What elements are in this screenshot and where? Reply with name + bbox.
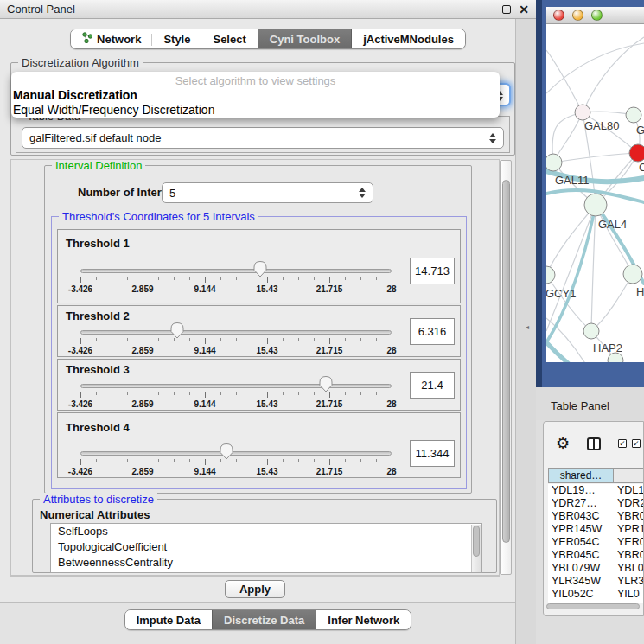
apply-button[interactable]: Apply	[225, 580, 285, 598]
table-horizontal-scrollbar[interactable]	[546, 603, 643, 612]
threshold-4-slider[interactable]: -3.4262.8599.14415.4321.71528	[80, 441, 392, 477]
table-row[interactable]: YBR043CYBR0	[548, 510, 644, 523]
network-edge[interactable]	[583, 37, 644, 112]
table-row[interactable]: YPR145WYPR1	[548, 523, 644, 536]
network-node[interactable]	[546, 154, 562, 171]
table-row[interactable]: YER054CYER0	[548, 536, 644, 549]
scrollbar-thumb[interactable]	[473, 526, 480, 557]
network-edge[interactable]	[591, 274, 633, 331]
attribute-list-item[interactable]: SelfLoops	[51, 524, 481, 539]
table-row[interactable]: YBR045CYBR0	[548, 549, 644, 562]
float-window-icon[interactable]	[502, 5, 511, 14]
cell-shared-name[interactable]: YDL19…	[548, 484, 614, 497]
slider-thumb[interactable]	[220, 443, 234, 463]
attribute-list-item[interactable]: BetweennessCentrality	[51, 555, 481, 571]
cell-shared-name[interactable]: YBR043C	[548, 510, 614, 523]
dropdown-option-manual-discretization[interactable]: Manual Discretization	[11, 88, 500, 103]
threshold-3-slider[interactable]: -3.4262.8599.14415.4321.71528	[80, 373, 392, 410]
major-tick	[267, 338, 268, 344]
tab-discretize-data[interactable]: Discretize Data	[212, 610, 316, 629]
divider-collapse-icon[interactable]: ◂	[526, 323, 529, 331]
network-node[interactable]	[584, 194, 607, 216]
table-row[interactable]: YDL19…YDL1	[548, 484, 644, 497]
tab-select[interactable]: Select	[201, 29, 257, 48]
column-header-shared-name[interactable]: shared…	[548, 468, 614, 483]
network-node[interactable]	[623, 265, 642, 284]
tab-network[interactable]: Network	[71, 29, 152, 48]
slider-track[interactable]	[80, 269, 392, 273]
network-node[interactable]	[626, 107, 641, 123]
dropdown-option-equal-width-frequency[interactable]: Equal Width/Frequency Discretization	[11, 103, 500, 118]
tab-style[interactable]: Style	[152, 29, 201, 48]
cell-shared-name[interactable]: YPR145W	[548, 523, 614, 536]
attribute-list-item[interactable]: TopologicalCoefficient	[51, 539, 481, 555]
tab-infer-network[interactable]: Infer Network	[316, 610, 411, 629]
tab-jactivemnodules[interactable]: jActiveMNodules	[352, 29, 465, 48]
network-node[interactable]	[575, 105, 590, 120]
cell-shared-name[interactable]: YDR27…	[548, 497, 614, 510]
number-of-intervals-combobox[interactable]: 5	[162, 182, 373, 203]
slider-track[interactable]	[80, 384, 392, 388]
cell-name[interactable]: YLR3	[614, 575, 644, 588]
tab-impute-data[interactable]: Impute Data	[125, 610, 212, 629]
close-icon[interactable]: ✕	[519, 5, 529, 14]
cell-shared-name[interactable]: YER054C	[548, 536, 614, 549]
network-edge[interactable]	[546, 275, 591, 331]
threshold-3-value-field[interactable]: 21.4	[410, 372, 455, 399]
network-edge[interactable]	[546, 50, 583, 112]
cell-name[interactable]: YDL1	[614, 484, 644, 497]
tick-label: 21.715	[316, 399, 343, 409]
slider-thumb[interactable]	[169, 322, 184, 342]
network-node[interactable]	[583, 323, 599, 339]
list-scrollbar[interactable]	[471, 525, 481, 573]
network-node[interactable]	[629, 144, 644, 162]
minor-tick	[252, 392, 252, 395]
main-vertical-scrollbar[interactable]	[500, 160, 512, 575]
cell-name[interactable]: YBL0	[614, 562, 644, 575]
tab-cyni-toolbox[interactable]: Cyni Toolbox	[258, 29, 352, 48]
cell-name[interactable]: YBR0	[614, 549, 644, 562]
table-row[interactable]: YIL052CYIL0	[548, 588, 644, 601]
cell-name[interactable]: YDR2	[614, 497, 644, 510]
gear-icon[interactable]: ⚙	[556, 436, 570, 451]
slider-thumb[interactable]	[319, 375, 334, 396]
network-node[interactable]	[546, 266, 555, 284]
table-row[interactable]: YLR345WYLR3	[548, 575, 644, 588]
scrollbar-thumb[interactable]	[546, 603, 640, 609]
zoom-traffic-light-icon[interactable]	[591, 10, 603, 21]
minimize-traffic-light-icon[interactable]	[572, 10, 583, 21]
table-row[interactable]: YBL079WYBL0	[548, 562, 644, 575]
panel-divider[interactable]: ◂	[515, 19, 536, 644]
split-view-icon[interactable]	[587, 437, 601, 450]
threshold-2-value-field[interactable]: 6.316	[410, 318, 455, 345]
column-header-name[interactable]: na	[614, 468, 644, 483]
close-traffic-light-icon[interactable]	[553, 10, 564, 21]
cell-name[interactable]: YPR1	[614, 523, 644, 536]
table-row[interactable]: YDR27…YDR2	[548, 497, 644, 510]
cell-shared-name[interactable]: YBL079W	[548, 562, 614, 575]
threshold-4-value-field[interactable]: 11.344	[410, 440, 455, 467]
table-data-combobox[interactable]: galFiltered.sif default node	[22, 127, 504, 149]
threshold-1-slider[interactable]: -3.4262.8599.14415.4321.71528	[80, 258, 392, 295]
cell-name[interactable]: YIL0	[614, 588, 640, 601]
threshold-2-slider[interactable]: -3.4262.8599.14415.4321.71528	[80, 320, 392, 356]
threshold-1-value-field[interactable]: 14.713	[410, 258, 455, 284]
slider-track[interactable]	[80, 330, 392, 335]
network-edge[interactable]	[546, 43, 644, 93]
group-title: Discretization Algorithm	[18, 56, 143, 69]
cell-name[interactable]: YER0	[614, 536, 644, 549]
network-canvas[interactable]: GAL80GACGAL11GAL4GCY1HHAP2	[546, 24, 644, 362]
scrollbar-thumb[interactable]	[502, 180, 510, 543]
checkbox-icon[interactable]: ✓	[618, 439, 627, 448]
minor-tick	[174, 392, 175, 395]
numerical-attributes-list[interactable]: SelfLoopsTopologicalCoefficientBetweenne…	[50, 523, 482, 573]
cell-shared-name[interactable]: YLR345W	[548, 575, 614, 588]
cell-shared-name[interactable]: YIL052C	[548, 588, 614, 601]
slider-track[interactable]	[80, 451, 392, 456]
network-edge[interactable]	[546, 205, 596, 331]
checkbox-icon[interactable]: ✓	[632, 439, 641, 448]
network-edge[interactable]	[553, 153, 638, 163]
cell-shared-name[interactable]: YBR045C	[548, 549, 614, 562]
cell-name[interactable]: YBR0	[614, 510, 644, 523]
slider-thumb[interactable]	[252, 260, 267, 281]
